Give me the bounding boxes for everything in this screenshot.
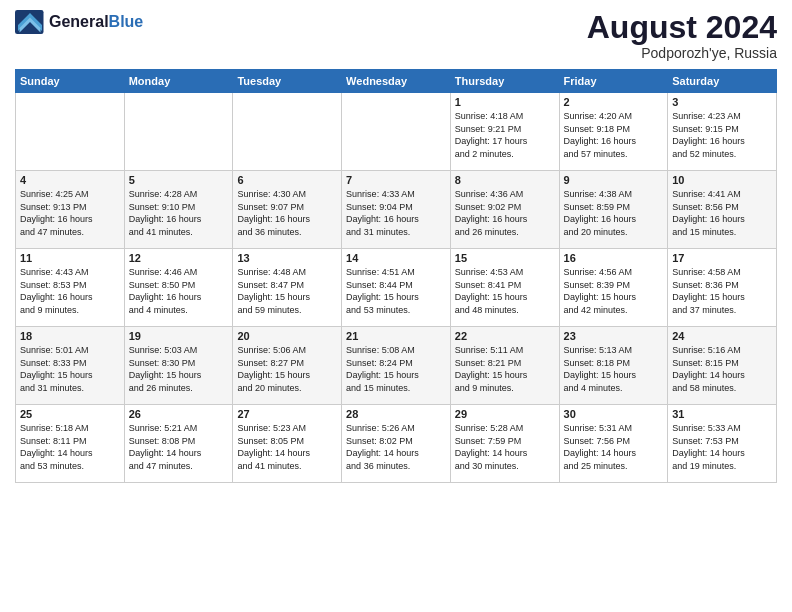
- day-info: Sunrise: 4:18 AM Sunset: 9:21 PM Dayligh…: [455, 110, 555, 160]
- day-info: Sunrise: 5:33 AM Sunset: 7:53 PM Dayligh…: [672, 422, 772, 472]
- day-of-week-header: Sunday: [16, 70, 125, 93]
- calendar-day-cell: [342, 93, 451, 171]
- day-info: Sunrise: 4:56 AM Sunset: 8:39 PM Dayligh…: [564, 266, 664, 316]
- calendar-day-cell: 23Sunrise: 5:13 AM Sunset: 8:18 PM Dayli…: [559, 327, 668, 405]
- day-info: Sunrise: 4:33 AM Sunset: 9:04 PM Dayligh…: [346, 188, 446, 238]
- day-number: 2: [564, 96, 664, 108]
- calendar-week-row: 11Sunrise: 4:43 AM Sunset: 8:53 PM Dayli…: [16, 249, 777, 327]
- day-number: 31: [672, 408, 772, 420]
- day-info: Sunrise: 4:53 AM Sunset: 8:41 PM Dayligh…: [455, 266, 555, 316]
- day-number: 16: [564, 252, 664, 264]
- calendar-day-cell: 30Sunrise: 5:31 AM Sunset: 7:56 PM Dayli…: [559, 405, 668, 483]
- day-number: 19: [129, 330, 229, 342]
- day-number: 26: [129, 408, 229, 420]
- calendar-day-cell: 24Sunrise: 5:16 AM Sunset: 8:15 PM Dayli…: [668, 327, 777, 405]
- logo-text: GeneralBlue: [49, 13, 143, 31]
- day-number: 21: [346, 330, 446, 342]
- day-number: 3: [672, 96, 772, 108]
- day-number: 4: [20, 174, 120, 186]
- calendar-day-cell: 29Sunrise: 5:28 AM Sunset: 7:59 PM Dayli…: [450, 405, 559, 483]
- day-of-week-header: Friday: [559, 70, 668, 93]
- day-info: Sunrise: 4:43 AM Sunset: 8:53 PM Dayligh…: [20, 266, 120, 316]
- calendar-day-cell: 18Sunrise: 5:01 AM Sunset: 8:33 PM Dayli…: [16, 327, 125, 405]
- logo-icon: [15, 10, 45, 34]
- day-number: 6: [237, 174, 337, 186]
- location-subtitle: Podporozh'ye, Russia: [587, 45, 777, 61]
- calendar-week-row: 1Sunrise: 4:18 AM Sunset: 9:21 PM Daylig…: [16, 93, 777, 171]
- day-info: Sunrise: 5:13 AM Sunset: 8:18 PM Dayligh…: [564, 344, 664, 394]
- day-info: Sunrise: 5:08 AM Sunset: 8:24 PM Dayligh…: [346, 344, 446, 394]
- day-number: 15: [455, 252, 555, 264]
- calendar-week-row: 4Sunrise: 4:25 AM Sunset: 9:13 PM Daylig…: [16, 171, 777, 249]
- calendar-day-cell: [16, 93, 125, 171]
- day-info: Sunrise: 5:18 AM Sunset: 8:11 PM Dayligh…: [20, 422, 120, 472]
- day-number: 1: [455, 96, 555, 108]
- day-number: 22: [455, 330, 555, 342]
- day-of-week-header: Tuesday: [233, 70, 342, 93]
- day-number: 12: [129, 252, 229, 264]
- day-number: 24: [672, 330, 772, 342]
- calendar-week-row: 18Sunrise: 5:01 AM Sunset: 8:33 PM Dayli…: [16, 327, 777, 405]
- title-block: August 2024 Podporozh'ye, Russia: [587, 10, 777, 61]
- day-info: Sunrise: 4:51 AM Sunset: 8:44 PM Dayligh…: [346, 266, 446, 316]
- calendar-day-cell: 6Sunrise: 4:30 AM Sunset: 9:07 PM Daylig…: [233, 171, 342, 249]
- calendar-day-cell: 19Sunrise: 5:03 AM Sunset: 8:30 PM Dayli…: [124, 327, 233, 405]
- day-info: Sunrise: 4:36 AM Sunset: 9:02 PM Dayligh…: [455, 188, 555, 238]
- page: GeneralBlue August 2024 Podporozh'ye, Ru…: [0, 0, 792, 612]
- calendar-day-cell: 25Sunrise: 5:18 AM Sunset: 8:11 PM Dayli…: [16, 405, 125, 483]
- day-number: 29: [455, 408, 555, 420]
- calendar-day-cell: 12Sunrise: 4:46 AM Sunset: 8:50 PM Dayli…: [124, 249, 233, 327]
- day-info: Sunrise: 4:23 AM Sunset: 9:15 PM Dayligh…: [672, 110, 772, 160]
- day-number: 9: [564, 174, 664, 186]
- calendar-day-cell: 1Sunrise: 4:18 AM Sunset: 9:21 PM Daylig…: [450, 93, 559, 171]
- calendar-day-cell: 14Sunrise: 4:51 AM Sunset: 8:44 PM Dayli…: [342, 249, 451, 327]
- calendar-day-cell: 13Sunrise: 4:48 AM Sunset: 8:47 PM Dayli…: [233, 249, 342, 327]
- day-info: Sunrise: 5:26 AM Sunset: 8:02 PM Dayligh…: [346, 422, 446, 472]
- calendar-day-cell: 3Sunrise: 4:23 AM Sunset: 9:15 PM Daylig…: [668, 93, 777, 171]
- day-of-week-header: Thursday: [450, 70, 559, 93]
- calendar-day-cell: 10Sunrise: 4:41 AM Sunset: 8:56 PM Dayli…: [668, 171, 777, 249]
- calendar-day-cell: 27Sunrise: 5:23 AM Sunset: 8:05 PM Dayli…: [233, 405, 342, 483]
- day-number: 27: [237, 408, 337, 420]
- calendar-day-cell: 20Sunrise: 5:06 AM Sunset: 8:27 PM Dayli…: [233, 327, 342, 405]
- day-of-week-header: Monday: [124, 70, 233, 93]
- calendar-day-cell: [124, 93, 233, 171]
- day-number: 23: [564, 330, 664, 342]
- day-info: Sunrise: 4:28 AM Sunset: 9:10 PM Dayligh…: [129, 188, 229, 238]
- day-info: Sunrise: 5:31 AM Sunset: 7:56 PM Dayligh…: [564, 422, 664, 472]
- calendar-day-cell: 28Sunrise: 5:26 AM Sunset: 8:02 PM Dayli…: [342, 405, 451, 483]
- header: GeneralBlue August 2024 Podporozh'ye, Ru…: [15, 10, 777, 61]
- day-number: 13: [237, 252, 337, 264]
- calendar-header-row: SundayMondayTuesdayWednesdayThursdayFrid…: [16, 70, 777, 93]
- calendar-day-cell: 4Sunrise: 4:25 AM Sunset: 9:13 PM Daylig…: [16, 171, 125, 249]
- calendar-day-cell: 15Sunrise: 4:53 AM Sunset: 8:41 PM Dayli…: [450, 249, 559, 327]
- day-number: 7: [346, 174, 446, 186]
- day-number: 11: [20, 252, 120, 264]
- day-info: Sunrise: 5:03 AM Sunset: 8:30 PM Dayligh…: [129, 344, 229, 394]
- calendar-table: SundayMondayTuesdayWednesdayThursdayFrid…: [15, 69, 777, 483]
- month-year-title: August 2024: [587, 10, 777, 45]
- calendar-day-cell: 31Sunrise: 5:33 AM Sunset: 7:53 PM Dayli…: [668, 405, 777, 483]
- day-info: Sunrise: 4:46 AM Sunset: 8:50 PM Dayligh…: [129, 266, 229, 316]
- day-number: 30: [564, 408, 664, 420]
- day-number: 25: [20, 408, 120, 420]
- day-number: 18: [20, 330, 120, 342]
- day-info: Sunrise: 4:25 AM Sunset: 9:13 PM Dayligh…: [20, 188, 120, 238]
- day-info: Sunrise: 4:41 AM Sunset: 8:56 PM Dayligh…: [672, 188, 772, 238]
- day-number: 28: [346, 408, 446, 420]
- day-info: Sunrise: 4:30 AM Sunset: 9:07 PM Dayligh…: [237, 188, 337, 238]
- logo: GeneralBlue: [15, 10, 143, 34]
- day-info: Sunrise: 5:06 AM Sunset: 8:27 PM Dayligh…: [237, 344, 337, 394]
- calendar-day-cell: 9Sunrise: 4:38 AM Sunset: 8:59 PM Daylig…: [559, 171, 668, 249]
- calendar-day-cell: 22Sunrise: 5:11 AM Sunset: 8:21 PM Dayli…: [450, 327, 559, 405]
- calendar-day-cell: 21Sunrise: 5:08 AM Sunset: 8:24 PM Dayli…: [342, 327, 451, 405]
- day-of-week-header: Saturday: [668, 70, 777, 93]
- day-info: Sunrise: 5:28 AM Sunset: 7:59 PM Dayligh…: [455, 422, 555, 472]
- calendar-day-cell: 7Sunrise: 4:33 AM Sunset: 9:04 PM Daylig…: [342, 171, 451, 249]
- day-info: Sunrise: 5:11 AM Sunset: 8:21 PM Dayligh…: [455, 344, 555, 394]
- day-info: Sunrise: 5:23 AM Sunset: 8:05 PM Dayligh…: [237, 422, 337, 472]
- day-info: Sunrise: 4:38 AM Sunset: 8:59 PM Dayligh…: [564, 188, 664, 238]
- day-info: Sunrise: 5:16 AM Sunset: 8:15 PM Dayligh…: [672, 344, 772, 394]
- day-number: 8: [455, 174, 555, 186]
- day-info: Sunrise: 4:58 AM Sunset: 8:36 PM Dayligh…: [672, 266, 772, 316]
